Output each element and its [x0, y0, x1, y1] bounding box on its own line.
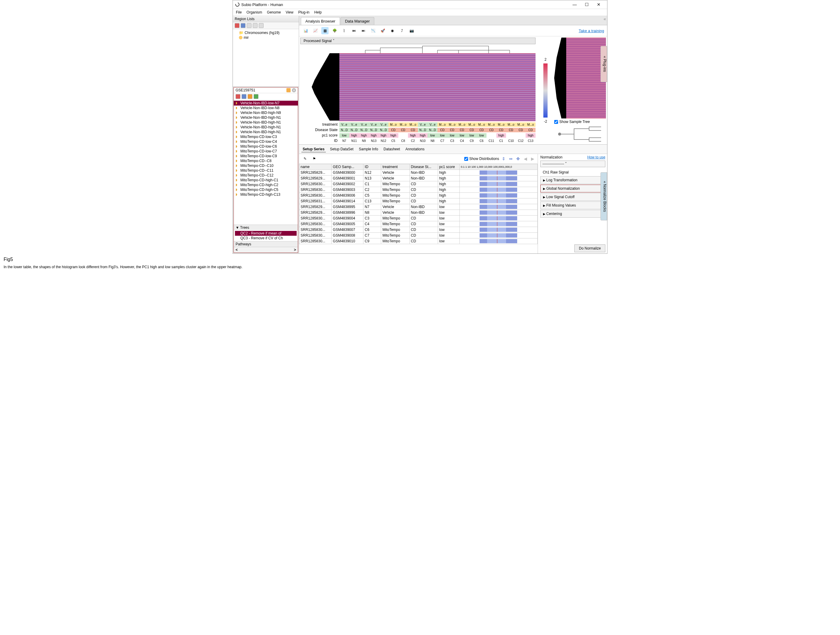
norm-step[interactable]: Low Signal Cutoff [540, 193, 605, 201]
do-normalize-button[interactable]: Do Normalize [574, 244, 605, 252]
collapse-mini-icon[interactable]: « [603, 17, 606, 21]
flag-icon[interactable]: ⚑ [311, 155, 318, 162]
scroll-right-icon[interactable]: > [294, 248, 296, 252]
menu-organism[interactable]: Organism [246, 10, 262, 14]
table-row[interactable]: SRR1285830...GSM4839006C5MitoTempoCDhigh [299, 193, 538, 199]
sample-item[interactable]: MitoTempo-CD-low-C4 [234, 139, 298, 144]
sample-item[interactable]: Vehicle-Non-IBD-low-N8 [234, 106, 298, 110]
how-to-use-link[interactable]: How to use [587, 155, 605, 159]
region-down-icon[interactable] [241, 23, 245, 28]
ltab-datasheet[interactable]: Datasheet [382, 147, 401, 153]
pathways-header[interactable]: Pathways [234, 241, 298, 247]
sort-horiz-icon[interactable]: ⇔ [508, 156, 513, 161]
table-row[interactable]: SRR1285830...GSM4839007C6MitoTempoCDlow [299, 227, 538, 233]
region-camera-icon[interactable] [259, 23, 264, 28]
col-header[interactable]: treatment [381, 164, 409, 170]
sample-item[interactable]: Vehicle-Non-IBD-high-N1 [234, 129, 298, 134]
ltab-annotations[interactable]: Annotations [404, 147, 426, 153]
tb-camera-icon[interactable]: 📷 [408, 27, 415, 34]
plugins-side-tab[interactable]: « Plug-ins [600, 46, 607, 82]
region-chrom-icon[interactable] [253, 23, 257, 28]
tree-item[interactable]: QC2 - Remove if mean of [235, 231, 297, 236]
menu-help[interactable]: Help [314, 10, 322, 14]
table-row[interactable]: SRR1285830...GSM4839005C4MitoTempoCDlow [299, 221, 538, 227]
take-training-link[interactable]: Take a training [579, 28, 604, 33]
ltab-setup-series[interactable]: Setup Series [302, 147, 326, 153]
sample-item[interactable]: MitoTempo-CD-low-C7 [234, 149, 298, 154]
col-header[interactable]: pc1 score [438, 164, 459, 170]
col-header[interactable]: GEO Samp... [332, 164, 363, 170]
sample-item[interactable]: MitoTempo-CD--C12 [234, 173, 298, 178]
ltab-setup-dataset[interactable]: Setup DataSet [329, 147, 355, 153]
table-row[interactable]: SRR1285831...GSM4839014C13MitoTempoCDhig… [299, 199, 538, 204]
sample-item[interactable]: MitoTempo-CD-low-C3 [234, 134, 298, 139]
norm-step[interactable]: Centering [540, 210, 605, 218]
tree-item[interactable]: QC3 - Remove if CV of Ch [235, 236, 297, 241]
col-header[interactable]: name [299, 164, 332, 170]
menu-genome[interactable]: Genome [267, 10, 281, 14]
table-row[interactable]: SRR1285829...GSM4839000N12VehicleNon-IBD… [299, 170, 538, 176]
tb-venn-icon[interactable]: ◉ [389, 27, 396, 34]
scroll-left-icon[interactable]: < [235, 248, 238, 252]
sample-item[interactable]: Vehicle-Non-IBD-low-N7 [234, 101, 298, 106]
sample-item[interactable]: Vehicle-Non-IBD-high-N1 [234, 115, 298, 120]
normalize-blocks-side-tab[interactable]: « Normalize Blocks [600, 172, 607, 221]
sample-item[interactable]: MitoTempo-CD-low-C9 [234, 154, 298, 158]
region-up-icon[interactable] [247, 23, 251, 28]
maximize-button[interactable]: ☐ [581, 2, 593, 8]
sample-item[interactable]: MitoTempo-CD-high-C1 [234, 178, 298, 183]
sample-item[interactable]: MitoTempo-CD-high-C5 [234, 188, 298, 192]
table-row[interactable]: SRR1285829...GSM4838995N7VehicleNon-IBDl… [299, 204, 538, 210]
menu-file[interactable]: File [236, 10, 242, 14]
gse-add-icon[interactable] [235, 94, 240, 99]
signal-dropdown[interactable]: Processed Signal ˅ [300, 38, 535, 44]
mini-heatmap-view[interactable] [566, 38, 606, 118]
sample-item[interactable]: Vehicle-Non-IBD-high-N9 [234, 110, 298, 115]
tb-karyo-icon[interactable]: ⦚ [341, 27, 348, 34]
table-row[interactable]: SRR1285830...GSM4839003C2MitoTempoCDhigh [299, 187, 538, 193]
region-item-mir[interactable]: mir [235, 35, 297, 40]
main-heatmap[interactable] [339, 53, 535, 121]
table-row[interactable]: SRR1285829...GSM4838996N8VehicleNon-IBDl… [299, 210, 538, 216]
close-button[interactable]: ✕ [593, 2, 605, 8]
show-sample-tree-checkbox[interactable]: Show Sample Tree [554, 120, 606, 124]
edit-icon[interactable]: ✎ [302, 155, 309, 162]
ltab-sample-info[interactable]: Sample Info [358, 147, 379, 153]
menu-plugin[interactable]: Plug-in [298, 10, 309, 14]
table-row[interactable]: SRR1285830...GSM4839002C1MitoTempoCDhigh [299, 181, 538, 187]
gse-down-icon[interactable] [242, 94, 246, 99]
gse-up-icon[interactable] [248, 94, 253, 99]
tb-export-icon[interactable]: ⤴ [398, 27, 406, 34]
move-icon[interactable]: ✥ [515, 156, 521, 161]
tab-analysis-browser[interactable]: Analysis Browser [301, 17, 340, 25]
sample-table[interactable]: nameGEO Samp...IDtreatmentDisease St...p… [299, 164, 538, 244]
menu-view[interactable]: View [286, 10, 293, 14]
tb-scatter-icon[interactable]: 📊 [302, 27, 309, 34]
table-row[interactable]: SRR1285830...GSM4839010C9MitoTempoCDlow [299, 238, 538, 244]
tb-last-icon[interactable]: ⏭ [360, 27, 367, 34]
table-row[interactable]: SRR1285830...GSM4839008C7MitoTempoCDlow [299, 233, 538, 238]
close-gse-icon[interactable]: ✕ [292, 88, 296, 92]
tb-heatmap-icon[interactable]: ▦ [321, 27, 328, 34]
sample-list[interactable]: Vehicle-Non-IBD-low-N7Vehicle-Non-IBD-lo… [234, 100, 298, 225]
norm-dropdown[interactable]: ------------------ ˅ [540, 161, 605, 167]
tab-data-manager[interactable]: Data Manager [341, 17, 374, 25]
trees-header[interactable]: ▼ Trees [234, 225, 298, 230]
sample-item[interactable]: MitoTempo-CD--C8 [234, 158, 298, 163]
norm-step[interactable]: Fill Missing Values [540, 202, 605, 209]
region-add-icon[interactable] [235, 23, 240, 28]
minimize-button[interactable]: — [568, 2, 581, 8]
sample-item[interactable]: Vehicle-Non-IBD-high-N1 [234, 125, 298, 129]
next-icon[interactable]: ▶ [530, 156, 535, 161]
tb-first-icon[interactable]: ⏮ [350, 27, 357, 34]
sample-item[interactable]: MitoTempo-CD-low-C6 [234, 144, 298, 149]
norm-step[interactable]: Global Normalization [540, 184, 605, 192]
sample-item[interactable]: Vehicle-Non-IBD-high-N1 [234, 120, 298, 125]
col-header[interactable]: ID [363, 164, 381, 170]
table-row[interactable]: SRR1285830...GSM4839004C3MitoTempoCDlow [299, 216, 538, 221]
region-item-chromosomes[interactable]: Chromosomes (hg19) [235, 30, 297, 35]
sort-vert-icon[interactable]: ⇕ [501, 156, 506, 161]
show-distributions-checkbox[interactable]: Show Distributions [464, 157, 499, 161]
tb-boxplot-icon[interactable]: 📉 [369, 27, 377, 34]
sample-item[interactable]: MitoTempo-CD-high-C2 [234, 183, 298, 188]
